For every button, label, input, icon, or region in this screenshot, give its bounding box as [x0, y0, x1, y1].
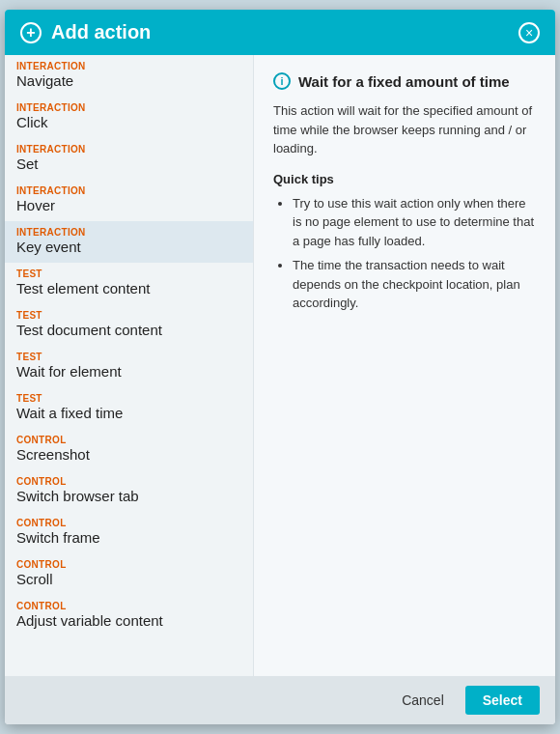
sidebar-item-set[interactable]: InteractionSet	[5, 138, 253, 180]
sidebar-label-switch-browser-tab: Switch browser tab	[16, 488, 241, 504]
sidebar-category-wait-for-element: Test	[16, 352, 241, 362]
sidebar-label-scroll: Scroll	[16, 571, 241, 587]
modal-header: + Add action ×	[5, 10, 555, 55]
modal-body: InteractionNavigateInteractionClickInter…	[5, 55, 555, 676]
sidebar-item-hover[interactable]: InteractionHover	[5, 180, 253, 221]
sidebar-label-screenshot: Screenshot	[16, 446, 241, 463]
sidebar-label-key-event: Key event	[16, 239, 241, 255]
sidebar-item-navigate[interactable]: InteractionNavigate	[5, 55, 253, 97]
sidebar-label-test-element-content: Test element content	[16, 280, 241, 296]
quick-tips-list: Try to use this wait action only when th…	[273, 194, 536, 313]
quick-tips-heading: Quick tips	[273, 172, 536, 186]
sidebar-label-test-document-content: Test document content	[16, 322, 241, 338]
content-description: This action will wait for the specified …	[273, 101, 536, 158]
header-plus-icon: +	[20, 22, 42, 43]
sidebar-category-hover: Interaction	[16, 185, 241, 196]
sidebar-label-set: Set	[16, 155, 241, 172]
sidebar-category-screenshot: Control	[16, 435, 241, 445]
sidebar-item-scroll[interactable]: ControlScroll	[5, 553, 253, 595]
sidebar-category-switch-browser-tab: Control	[16, 476, 241, 487]
info-icon: i	[273, 72, 291, 90]
select-button[interactable]: Select	[465, 686, 540, 715]
sidebar-category-adjust-variable-content: Control	[16, 601, 241, 611]
tip-item-0: Try to use this wait action only when th…	[293, 194, 536, 251]
sidebar-label-switch-frame: Switch frame	[16, 529, 241, 546]
sidebar-item-wait-for-element[interactable]: TestWait for element	[5, 346, 253, 387]
sidebar-label-adjust-variable-content: Adjust variable content	[16, 612, 241, 629]
action-sidebar: InteractionNavigateInteractionClickInter…	[5, 55, 254, 676]
sidebar-category-navigate: Interaction	[16, 61, 241, 71]
content-title: i Wait for a fixed amount of time	[273, 72, 536, 90]
sidebar-category-scroll: Control	[16, 559, 241, 570]
sidebar-item-switch-browser-tab[interactable]: ControlSwitch browser tab	[5, 470, 253, 512]
sidebar-category-click: Interaction	[16, 102, 241, 113]
sidebar-item-key-event[interactable]: InteractionKey event	[5, 221, 253, 263]
sidebar-category-switch-frame: Control	[16, 518, 241, 528]
sidebar-category-set: Interaction	[16, 144, 241, 155]
sidebar-item-switch-frame[interactable]: ControlSwitch frame	[5, 512, 253, 553]
sidebar-label-navigate: Navigate	[16, 72, 241, 89]
header-left: + Add action	[20, 21, 151, 43]
content-panel: i Wait for a fixed amount of time This a…	[254, 55, 555, 676]
sidebar-category-key-event: Interaction	[16, 227, 241, 238]
add-action-modal: + Add action × InteractionNavigateIntera…	[5, 10, 555, 724]
sidebar-item-test-document-content[interactable]: TestTest document content	[5, 304, 253, 346]
sidebar-item-click[interactable]: InteractionClick	[5, 97, 253, 138]
modal-title: Add action	[51, 21, 151, 43]
cancel-button[interactable]: Cancel	[390, 687, 456, 714]
sidebar-label-wait-fixed-time: Wait a fixed time	[16, 405, 241, 421]
sidebar-category-test-document-content: Test	[16, 310, 241, 321]
sidebar-label-wait-for-element: Wait for element	[16, 363, 241, 380]
sidebar-category-test-element-content: Test	[16, 268, 241, 279]
content-title-text: Wait for a fixed amount of time	[298, 73, 510, 90]
modal-footer: Cancel Select	[5, 676, 555, 724]
sidebar-item-wait-fixed-time[interactable]: TestWait a fixed time	[5, 387, 253, 429]
sidebar-category-wait-fixed-time: Test	[16, 393, 241, 404]
sidebar-item-test-element-content[interactable]: TestTest element content	[5, 263, 253, 304]
sidebar-label-click: Click	[16, 114, 241, 130]
tip-item-1: The time the transaction needs to wait d…	[293, 256, 536, 313]
sidebar-item-adjust-variable-content[interactable]: ControlAdjust variable content	[5, 595, 253, 636]
close-button[interactable]: ×	[518, 22, 540, 43]
sidebar-label-hover: Hover	[16, 197, 241, 213]
sidebar-item-screenshot[interactable]: ControlScreenshot	[5, 429, 253, 470]
